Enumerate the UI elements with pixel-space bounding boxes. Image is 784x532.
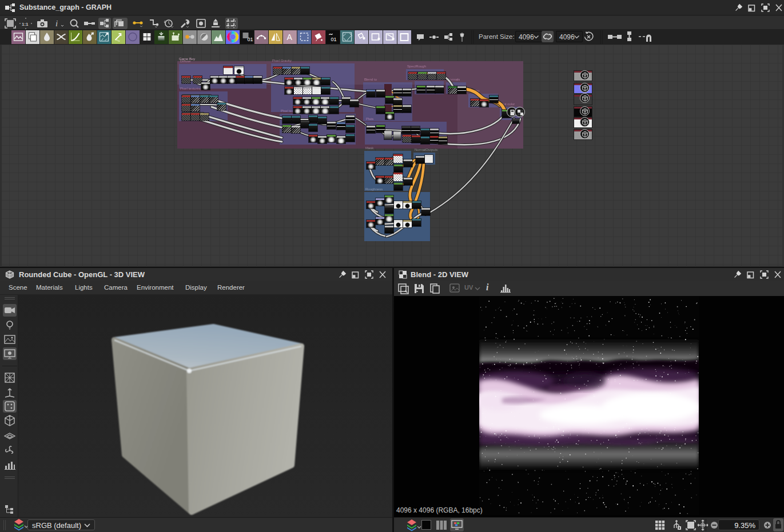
svg-text:01: 01	[248, 37, 253, 42]
svg-text:i: i	[55, 19, 58, 28]
svg-text:01: 01	[331, 37, 337, 42]
svg-text:A: A	[287, 33, 293, 42]
svg-text:1:1: 1:1	[22, 22, 29, 27]
